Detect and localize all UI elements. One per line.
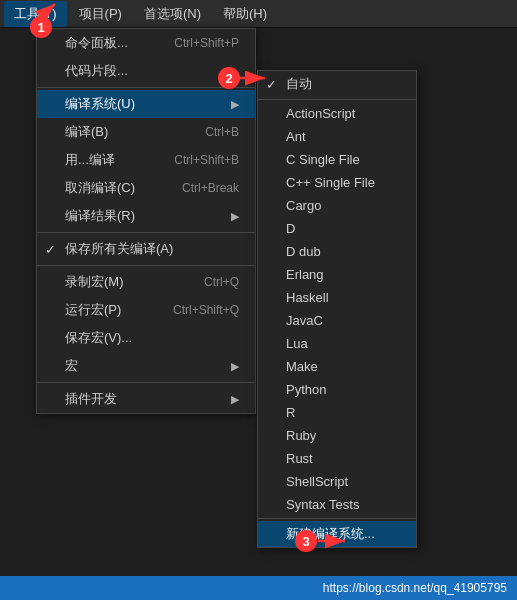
build-system-make-label: Make [286, 359, 318, 374]
build-system-cpp-single-label: C++ Single File [286, 175, 375, 190]
menu-item-save-all-build[interactable]: ✓ 保存所有关编译(A) [37, 235, 255, 263]
build-system-actionscript[interactable]: ActionScript [258, 102, 416, 125]
annotation-badge-2: 2 [218, 67, 240, 89]
build-system-shellscript-label: ShellScript [286, 474, 348, 489]
menu-item-command-panel-label: 命令面板... [65, 34, 128, 52]
menu-bar-help-label: 帮助(H) [223, 6, 267, 21]
build-system-javac[interactable]: JavaC [258, 309, 416, 332]
menu-item-command-panel[interactable]: 命令面板... Ctrl+Shift+P [37, 29, 255, 57]
separator-4 [37, 382, 255, 383]
build-system-r[interactable]: R [258, 401, 416, 424]
build-system-make[interactable]: Make [258, 355, 416, 378]
separator-2 [37, 232, 255, 233]
build-system-haskell[interactable]: Haskell [258, 286, 416, 309]
menu-item-run-macro[interactable]: 运行宏(P) Ctrl+Shift+Q [37, 296, 255, 324]
build-system-ruby[interactable]: Ruby [258, 424, 416, 447]
menu-item-build-shortcut: Ctrl+B [205, 125, 239, 139]
menu-bar-item-project[interactable]: 项目(P) [69, 1, 132, 27]
menu-item-run-macro-shortcut: Ctrl+Shift+Q [173, 303, 239, 317]
menu-item-save-all-build-label: 保存所有关编译(A) [65, 240, 173, 258]
menu-item-build-results-arrow: ▶ [231, 210, 239, 223]
menu-item-build-system-label: 编译系统(U) [65, 95, 135, 113]
menu-item-build-with-shortcut: Ctrl+Shift+B [174, 153, 239, 167]
build-system-shellscript[interactable]: ShellScript [258, 470, 416, 493]
build-system-python-label: Python [286, 382, 326, 397]
build-system-auto-check: ✓ [266, 77, 277, 92]
menu-item-build-with-label: 用...编译 [65, 151, 115, 169]
build-system-d-dub-label: D dub [286, 244, 321, 259]
menu-item-build-label: 编译(B) [65, 123, 108, 141]
build-system-d[interactable]: D [258, 217, 416, 240]
build-system-javac-label: JavaC [286, 313, 323, 328]
menu-item-build-results-label: 编译结果(R) [65, 207, 135, 225]
menu-item-cancel-build[interactable]: 取消编译(C) Ctrl+Break [37, 174, 255, 202]
build-system-ant-label: Ant [286, 129, 306, 144]
build-system-haskell-label: Haskell [286, 290, 329, 305]
menu-bar-project-label: 项目(P) [79, 6, 122, 21]
menu-item-command-panel-shortcut: Ctrl+Shift+P [174, 36, 239, 50]
menu-item-cancel-build-label: 取消编译(C) [65, 179, 135, 197]
menu-item-save-all-build-check: ✓ [45, 242, 56, 257]
menu-bar-item-prefs[interactable]: 首选项(N) [134, 1, 211, 27]
build-system-c-single[interactable]: C Single File [258, 148, 416, 171]
menu-item-build[interactable]: 编译(B) Ctrl+B [37, 118, 255, 146]
menu-item-record-macro-label: 录制宏(M) [65, 273, 124, 291]
build-separator-2 [258, 518, 416, 519]
build-separator-1 [258, 99, 416, 100]
annotation-badge-3: 3 [295, 530, 317, 552]
menu-item-cancel-build-shortcut: Ctrl+Break [182, 181, 239, 195]
menu-item-build-results[interactable]: 编译结果(R) ▶ [37, 202, 255, 230]
menu-item-record-macro[interactable]: 录制宏(M) Ctrl+Q [37, 268, 255, 296]
build-system-rust[interactable]: Rust [258, 447, 416, 470]
build-system-ant[interactable]: Ant [258, 125, 416, 148]
menu-item-record-macro-shortcut: Ctrl+Q [204, 275, 239, 289]
build-system-erlang[interactable]: Erlang [258, 263, 416, 286]
build-system-erlang-label: Erlang [286, 267, 324, 282]
menu-item-build-with[interactable]: 用...编译 Ctrl+Shift+B [37, 146, 255, 174]
build-system-ruby-label: Ruby [286, 428, 316, 443]
build-system-d-label: D [286, 221, 295, 236]
menu-item-plugin-dev-label: 插件开发 [65, 390, 117, 408]
menu-item-macros-label: 宏 [65, 357, 78, 375]
separator-3 [37, 265, 255, 266]
menu-item-plugin-dev[interactable]: 插件开发 ▶ [37, 385, 255, 413]
dropdown-build-system: ✓ 自动 ActionScript Ant C Single File C++ … [257, 70, 417, 548]
menu-item-build-system-arrow: ▶ [231, 98, 239, 111]
build-system-c-single-label: C Single File [286, 152, 360, 167]
menu-item-plugin-dev-arrow: ▶ [231, 393, 239, 406]
build-system-actionscript-label: ActionScript [286, 106, 355, 121]
build-system-r-label: R [286, 405, 295, 420]
build-system-syntax-tests[interactable]: Syntax Tests [258, 493, 416, 516]
menu-item-macros-arrow: ▶ [231, 360, 239, 373]
build-system-auto[interactable]: ✓ 自动 [258, 71, 416, 97]
build-system-syntax-tests-label: Syntax Tests [286, 497, 359, 512]
build-system-cargo-label: Cargo [286, 198, 321, 213]
status-bar: https://blog.csdn.net/qq_41905795 [0, 576, 517, 600]
menu-item-build-system[interactable]: 编译系统(U) ▶ [37, 90, 255, 118]
menu-item-save-macro-label: 保存宏(V)... [65, 329, 132, 347]
build-system-cpp-single[interactable]: C++ Single File [258, 171, 416, 194]
menu-bar-item-help[interactable]: 帮助(H) [213, 1, 277, 27]
build-system-python[interactable]: Python [258, 378, 416, 401]
build-system-cargo[interactable]: Cargo [258, 194, 416, 217]
menu-item-run-macro-label: 运行宏(P) [65, 301, 121, 319]
build-system-lua[interactable]: Lua [258, 332, 416, 355]
build-system-lua-label: Lua [286, 336, 308, 351]
build-system-rust-label: Rust [286, 451, 313, 466]
menu-item-macros[interactable]: 宏 ▶ [37, 352, 255, 380]
build-system-new[interactable]: 新建编译系统... [258, 521, 416, 547]
menu-item-save-macro[interactable]: 保存宏(V)... [37, 324, 255, 352]
build-system-auto-label: 自动 [286, 75, 312, 93]
build-system-d-dub[interactable]: D dub [258, 240, 416, 263]
menu-item-snippets-label: 代码片段... [65, 62, 128, 80]
annotation-badge-1: 1 [30, 16, 52, 38]
menu-bar: 工具(T) 项目(P) 首选项(N) 帮助(H) [0, 0, 517, 28]
status-bar-url: https://blog.csdn.net/qq_41905795 [323, 581, 507, 595]
menu-bar-prefs-label: 首选项(N) [144, 6, 201, 21]
